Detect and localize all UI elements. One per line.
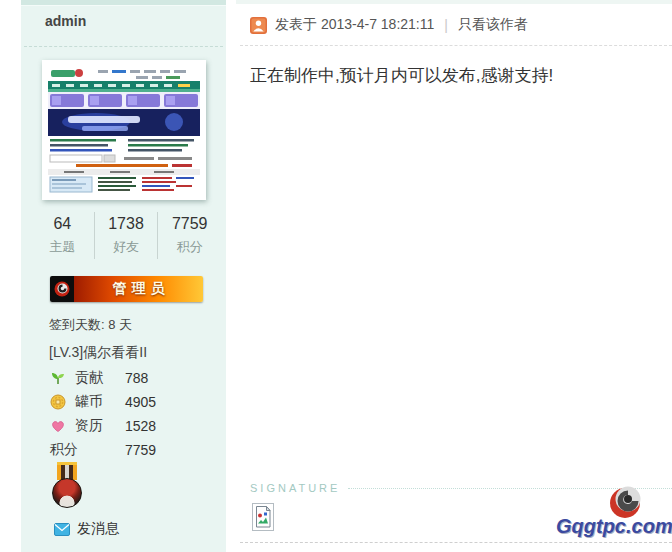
credit-label: 积分	[50, 441, 125, 459]
user-level-text: [LV.3]偶尔看看II	[49, 344, 147, 362]
credit-row-contribution: 贡献 788	[21, 366, 226, 390]
medal-icon	[52, 462, 82, 512]
send-message-label: 发消息	[77, 520, 119, 538]
stat-threads[interactable]: 64 主题	[31, 212, 94, 259]
post-header: 发表于 2013-4-7 18:21:11 | 只看该作者	[250, 16, 528, 34]
credit-list: 贡献 788 罐币 4905	[21, 366, 226, 462]
admin-group-badge: 管理员	[50, 276, 203, 302]
medal-disc	[52, 478, 82, 508]
envelope-icon	[54, 523, 70, 536]
forum-post-page: admin	[0, 0, 672, 552]
stat-label: 主题	[31, 238, 94, 256]
sidebar-divider	[24, 46, 223, 47]
broken-image-icon	[252, 503, 274, 531]
author-person-icon	[250, 17, 267, 34]
credit-value: 7759	[125, 442, 156, 458]
profile-sidebar: admin	[21, 0, 226, 552]
admin-badge-logo-icon	[50, 276, 74, 302]
coin-icon	[50, 394, 75, 410]
post-header-divider-line	[240, 45, 672, 46]
credit-row-seniority: 资历 1528	[21, 414, 226, 438]
signature-label: SIGNATURE	[250, 482, 340, 494]
credit-label: 罐币	[75, 393, 125, 411]
credit-row-coins: 罐币 4905	[21, 390, 226, 414]
stat-value: 7759	[158, 215, 221, 233]
sidebar-top-strip	[21, 0, 226, 6]
stat-friends[interactable]: 1738 好友	[94, 212, 158, 259]
watermark-text: Gqgtpc.com	[556, 515, 670, 538]
heart-icon	[50, 418, 75, 434]
credit-value: 1528	[125, 418, 156, 434]
only-author-link[interactable]: 只看该作者	[458, 16, 528, 34]
header-divider: |	[444, 17, 448, 33]
post-timestamp: 发表于 2013-4-7 18:21:11	[275, 16, 434, 34]
user-avatar[interactable]	[42, 60, 206, 200]
stat-points[interactable]: 7759 积分	[157, 212, 221, 259]
post-panel: 发表于 2013-4-7 18:21:11 | 只看该作者 正在制作中,预计月内…	[236, 0, 672, 552]
credit-value: 4905	[125, 394, 156, 410]
post-content: 正在制作中,预计月内可以发布,感谢支持!	[250, 62, 656, 89]
send-message-link[interactable]: 发消息	[54, 520, 119, 538]
signin-days-text: 签到天数: 8 天	[49, 316, 132, 334]
watermark: Gqgtpc.com	[556, 484, 670, 538]
credit-label: 资历	[75, 417, 125, 435]
username-link[interactable]: admin	[45, 13, 86, 29]
stat-value: 1738	[95, 215, 158, 233]
sprout-icon	[50, 370, 75, 386]
stat-value: 64	[31, 215, 94, 233]
credit-value: 788	[125, 370, 148, 386]
avatar-website-thumbnail	[46, 64, 202, 196]
stat-label: 好友	[95, 238, 158, 256]
profile-stats-row: 64 主题 1738 好友 7759 积分	[31, 212, 221, 259]
stat-label: 积分	[158, 238, 221, 256]
credit-row-points: 积分 7759	[21, 438, 226, 462]
post-bottom-divider-line	[240, 542, 672, 543]
post-top-strip	[236, 0, 672, 4]
group-badge-label: 管理员	[74, 276, 203, 302]
credit-label: 贡献	[75, 369, 125, 387]
